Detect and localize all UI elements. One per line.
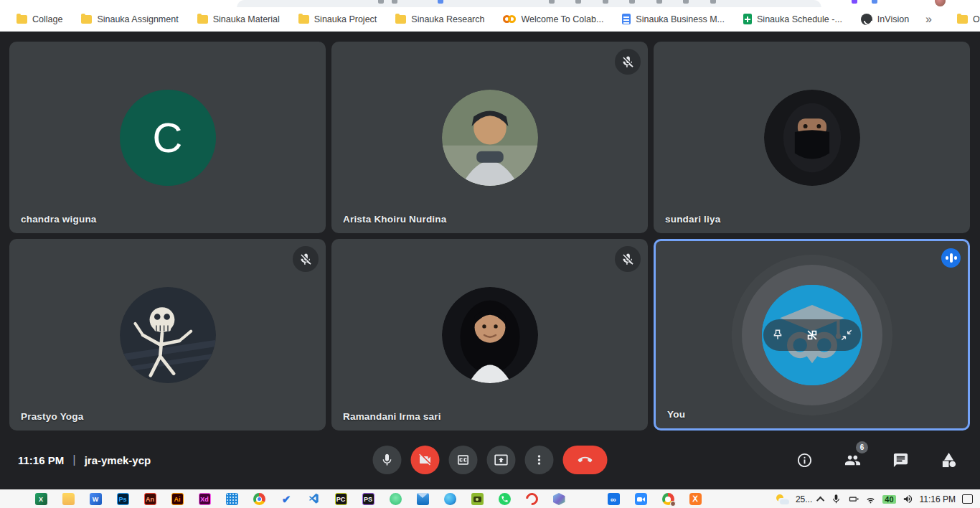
taskbar-clock[interactable]: 11:16 PM: [920, 494, 956, 504]
taskbar-edge[interactable]: [436, 490, 463, 508]
chat-button[interactable]: [886, 446, 915, 474]
bookmark-label: Welcome To Colab...: [521, 14, 603, 24]
pinwheel-icon: [580, 493, 593, 505]
taskbar-animate[interactable]: An: [136, 490, 164, 508]
tray-overflow-chevron-icon[interactable]: [816, 496, 824, 504]
taskbar-pycharm[interactable]: PC: [327, 490, 354, 508]
whatsapp-icon: [499, 493, 511, 505]
battery-percent-badge[interactable]: 40: [882, 495, 895, 504]
taskbar-vscode[interactable]: [300, 490, 327, 508]
participant-tile-chandra-wiguna[interactable]: C chandra wiguna: [9, 42, 326, 233]
present-button[interactable]: [487, 446, 516, 474]
toolbar-fragment: [656, 0, 662, 4]
bookmark-sinauka-material[interactable]: Sinauka Material: [188, 10, 289, 29]
avatar-initial: C: [120, 90, 216, 186]
bookmark-sinauka-business[interactable]: Sinauka Business M...: [613, 10, 734, 29]
participant-tile-prastyo-yoga[interactable]: Prastyo Yoga: [9, 239, 326, 431]
browser-profile-avatar[interactable]: [935, 0, 946, 6]
people-icon: [844, 452, 861, 469]
minimize-icon[interactable]: [839, 328, 854, 342]
meeting-details-button[interactable]: [790, 446, 819, 474]
wifi-icon[interactable]: [865, 494, 876, 504]
browser-toolbar-edge: [0, 0, 980, 7]
mic-off-icon: [293, 246, 319, 272]
windows-taskbar: X W Ps An Ai Xd ✔ PC PS ∞ ꓫ 25... 40 11:…: [0, 489, 980, 508]
weather-temp[interactable]: 25...: [796, 494, 812, 504]
xampp-icon: ꓫ: [689, 493, 702, 505]
pin-icon[interactable]: [771, 328, 785, 342]
omnibox-fragment[interactable]: [237, 0, 821, 7]
meeting-meta: 11:16 PM | jra-ymek-ycp: [18, 453, 151, 467]
toolbar-fragment: [575, 0, 581, 4]
chat-icon: [892, 452, 909, 469]
taskbar-word[interactable]: W: [82, 490, 109, 508]
folder-icon: [298, 15, 309, 24]
taskbar-red-swirl-app[interactable]: [518, 490, 545, 508]
bookmark-collage[interactable]: Collage: [7, 10, 72, 29]
bookmark-sinauka-schedule[interactable]: Sinauka Schedule -...: [734, 10, 852, 29]
taskbar-creative-cloud[interactable]: ∞: [600, 490, 627, 508]
bookmarks-bar: Collage Sinauka Assignment Sinauka Mater…: [0, 7, 980, 32]
clock-text: 11:16 PM: [18, 454, 64, 466]
mic-off-icon: [615, 246, 641, 272]
more-options-button[interactable]: [525, 446, 554, 474]
toolbar-fragment: [603, 0, 608, 4]
captions-icon: [456, 453, 471, 467]
participants-button[interactable]: 6: [838, 446, 867, 474]
camera-off-button[interactable]: [411, 446, 440, 474]
bookmark-invision[interactable]: InVision: [852, 10, 918, 29]
taskbar-pinwheel-app[interactable]: [573, 490, 600, 508]
weather-icon[interactable]: [776, 494, 789, 504]
participant-name: Ramandani Irma sari: [343, 411, 441, 422]
taskbar-whatsapp[interactable]: [491, 490, 518, 508]
mic-button[interactable]: [373, 446, 402, 474]
taskbar-video-app[interactable]: [627, 490, 654, 508]
google-docs-icon: [622, 14, 631, 24]
volume-icon[interactable]: [903, 494, 913, 504]
toolbar-fragment: [629, 0, 635, 4]
tray-mic-icon[interactable]: [831, 494, 842, 504]
call-controls: [373, 446, 608, 474]
taskbar-excel[interactable]: X: [27, 490, 55, 508]
file-explorer-icon: [62, 493, 75, 505]
participant-tile-you[interactable]: You: [654, 239, 970, 431]
participant-tile-ramandani-irma-sari[interactable]: Ramandani Irma sari: [331, 239, 648, 431]
taskbar-illustrator[interactable]: Ai: [164, 490, 191, 508]
taskbar-phpstorm[interactable]: PS: [354, 490, 382, 508]
taskbar-check-app[interactable]: ✔: [273, 490, 300, 508]
bookmark-welcome-to-colab[interactable]: Welcome To Colab...: [494, 10, 613, 29]
taskbar-adobe-xd[interactable]: Xd: [191, 490, 218, 508]
google-sheets-icon: [743, 14, 752, 24]
leave-call-button[interactable]: [563, 446, 608, 474]
action-center-icon[interactable]: [962, 494, 973, 504]
activities-button[interactable]: [934, 446, 963, 474]
taskbar-camera-app[interactable]: [463, 490, 491, 508]
avatar-ring: [742, 265, 882, 405]
remove-tile-icon[interactable]: [805, 328, 819, 342]
meeting-code: jra-ymek-ycp: [85, 454, 151, 466]
bookmark-label: Sinauka Material: [213, 14, 280, 24]
extension-icon-fragment: [852, 0, 857, 4]
participant-tile-sundari-liya[interactable]: sundari liya: [654, 42, 970, 233]
taskbar-mail[interactable]: [409, 490, 436, 508]
toolbar-fragment: [438, 0, 443, 4]
bookmark-sinauka-research[interactable]: Sinauka Research: [386, 10, 494, 29]
participant-tile-arista-khoiru-nurdina[interactable]: Arista Khoiru Nurdina: [331, 42, 648, 233]
taskbar-chrome-profile[interactable]: [654, 490, 682, 508]
battery-plug-icon[interactable]: [848, 494, 859, 504]
bookmarks-overflow-chevron-icon[interactable]: »: [918, 13, 939, 26]
taskbar-file-explorer[interactable]: [55, 490, 82, 508]
taskbar-photoshop[interactable]: Ps: [109, 490, 136, 508]
taskbar-chrome[interactable]: [245, 490, 273, 508]
bookmark-sinauka-assignment[interactable]: Sinauka Assignment: [72, 10, 187, 29]
taskbar-prism-app[interactable]: [545, 490, 573, 508]
pycharm-icon: PC: [335, 493, 347, 505]
taskbar-android-app[interactable]: [382, 490, 409, 508]
meet-bottom-bar: 11:16 PM | jra-ymek-ycp: [0, 431, 980, 489]
start-button[interactable]: [0, 490, 27, 508]
other-bookmarks-button[interactable]: Other bookmarks: [948, 10, 980, 29]
captions-button[interactable]: [449, 446, 478, 474]
taskbar-xampp[interactable]: ꓫ: [682, 490, 709, 508]
bookmark-sinauka-project[interactable]: Sinauka Project: [289, 10, 387, 29]
taskbar-calendar-app[interactable]: [218, 490, 245, 508]
